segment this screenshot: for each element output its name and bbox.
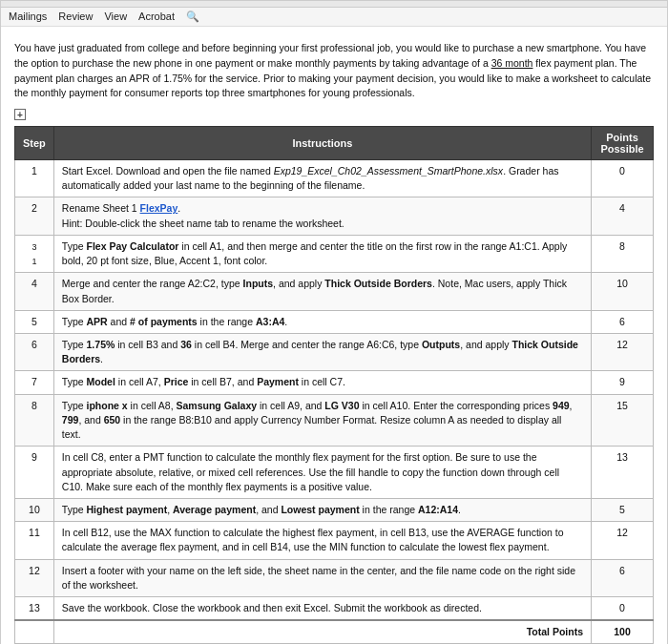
table-row: 1 Start Excel. Download and open the fil…: [15, 160, 654, 197]
points-value: 13: [592, 447, 654, 499]
search-icon: 🔍: [186, 10, 199, 23]
step-number: 9: [15, 447, 54, 499]
step-number: 11: [15, 522, 54, 559]
points-value: 15: [592, 394, 654, 447]
points-value: 9: [592, 371, 654, 394]
table-row: 7 Type Model in cell A7, Price in cell B…: [15, 371, 654, 394]
step-number: 10: [15, 498, 54, 521]
content-area: You have just graduated from college and…: [1, 27, 667, 644]
table-row: 5 Type APR and # of payments in the rang…: [15, 310, 654, 333]
header-step: Step: [15, 127, 54, 160]
instruction-text: Insert a footer with your name on the le…: [53, 559, 591, 596]
project-description: You have just graduated from college and…: [14, 41, 654, 101]
menu-mailings[interactable]: Mailings: [9, 10, 47, 23]
points-value: 4: [592, 197, 654, 235]
table-row: 2 Rename Sheet 1 FlexPay.Hint: Double-cl…: [15, 197, 654, 235]
points-value: 5: [592, 498, 654, 521]
step-number: 2: [15, 197, 54, 235]
step-number: 8: [15, 394, 54, 447]
points-value: 10: [592, 273, 654, 310]
total-label: Total Points: [53, 620, 591, 644]
points-value: 0: [592, 160, 654, 197]
step-number: 5: [15, 310, 54, 333]
table-row: 13 Save the workbook. Close the workbook…: [15, 597, 654, 621]
table-row: 8 Type iphone x in cell A8, Samsung Gala…: [15, 394, 654, 447]
total-value: 100: [592, 620, 654, 644]
table-row: 4 Merge and center the range A2:C2, type…: [15, 273, 654, 310]
instruction-text: In cell B12, use the MAX function to cal…: [53, 522, 591, 559]
points-value: 6: [592, 310, 654, 333]
step-number: 1: [15, 160, 54, 197]
table-row: 11 In cell B12, use the MAX function to …: [15, 522, 654, 559]
instruction-text: Type Model in cell A7, Price in cell B7,…: [53, 371, 591, 394]
points-value: 8: [592, 235, 654, 272]
total-row: Total Points 100: [15, 620, 654, 644]
step-number: 4: [15, 273, 54, 310]
app-window: Mailings Review View Acrobat 🔍 You have …: [0, 0, 668, 644]
points-value: 12: [592, 333, 654, 370]
instruction-text: Type Flex Pay Calculator in cell A1, and…: [53, 235, 591, 272]
instruction-text: Type iphone x in cell A8, Samsung Galaxy…: [53, 394, 591, 447]
instruction-text: Save the workbook. Close the workbook an…: [53, 597, 591, 621]
menu-bar[interactable]: Mailings Review View Acrobat 🔍: [1, 8, 667, 27]
instruction-text: Type APR and # of payments in the range …: [53, 310, 591, 333]
instruction-text: Start Excel. Download and open the file …: [53, 160, 591, 197]
header-instructions: Instructions: [53, 127, 591, 160]
table-row: 6 Type 1.75% in cell B3 and 36 in cell B…: [15, 333, 654, 370]
table-row: 31 Type Flex Pay Calculator in cell A1, …: [15, 235, 654, 272]
instruction-text: Type Highest payment, Average payment, a…: [53, 498, 591, 521]
header-points: PointsPossible: [592, 127, 654, 160]
menu-review[interactable]: Review: [58, 10, 93, 23]
instruction-text: In cell C8, enter a PMT function to calc…: [53, 447, 591, 499]
table-header-row: Step Instructions PointsPossible: [15, 127, 654, 160]
instruction-text: Merge and center the range A2:C2, type I…: [53, 273, 591, 310]
step-number: 13: [15, 597, 54, 621]
month-highlight: 36 month: [491, 57, 533, 69]
table-row: 9 In cell C8, enter a PMT function to ca…: [15, 447, 654, 499]
steps-table: Step Instructions PointsPossible 1 Start…: [14, 126, 654, 644]
instruction-text: Type 1.75% in cell B3 and 36 in cell B4.…: [53, 333, 591, 370]
instruction-text: Rename Sheet 1 FlexPay.Hint: Double-clic…: [53, 197, 591, 235]
menu-acrobat[interactable]: Acrobat: [138, 10, 175, 23]
tell-me[interactable]: 🔍: [186, 10, 202, 23]
step-number: 12: [15, 559, 54, 596]
expand-icon[interactable]: +: [14, 109, 26, 120]
table-row: 12 Insert a footer with your name on the…: [15, 559, 654, 596]
total-empty: [15, 620, 54, 644]
points-value: 6: [592, 559, 654, 596]
title-bar: [1, 1, 667, 8]
step-number: 31: [15, 235, 54, 272]
table-row: 10 Type Highest payment, Average payment…: [15, 498, 654, 521]
menu-view[interactable]: View: [104, 10, 127, 23]
points-value: 12: [592, 522, 654, 559]
step-number: 6: [15, 333, 54, 370]
points-value: 0: [592, 597, 654, 621]
step-number: 7: [15, 371, 54, 394]
steps-title: +: [14, 109, 654, 120]
